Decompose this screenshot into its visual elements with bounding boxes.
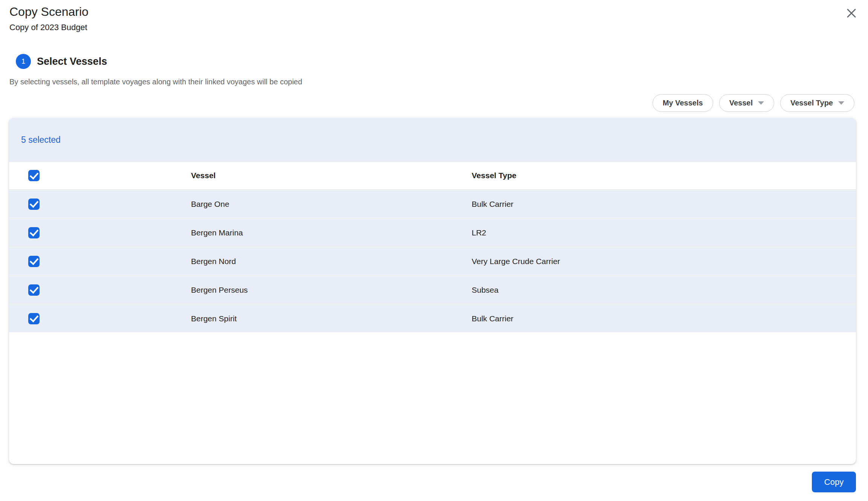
row-checkbox-cell	[9, 313, 191, 324]
selection-summary-bar: 5 selected	[9, 118, 856, 162]
row-checkbox[interactable]	[28, 284, 40, 296]
row-checkbox[interactable]	[28, 256, 40, 267]
table-row[interactable]: Barge OneBulk Carrier	[9, 189, 856, 218]
column-header-vessel-type: Vessel Type	[472, 171, 856, 180]
page-title: Copy Scenario	[9, 5, 89, 19]
vessel-name-cell: Bergen Nord	[191, 257, 472, 266]
vessel-name-cell: Barge One	[191, 200, 472, 209]
row-checkbox[interactable]	[28, 313, 40, 324]
select-all-checkbox[interactable]	[28, 170, 40, 181]
step-description: By selecting vessels, all template voyag…	[9, 78, 302, 86]
row-checkbox[interactable]	[28, 199, 40, 210]
vessel-table-panel: 5 selected Vessel Vessel Type Barge OneB…	[9, 118, 856, 464]
dialog-subtitle: Copy of 2023 Budget	[9, 23, 89, 32]
step-header: 1 Select Vessels	[16, 54, 107, 69]
filter-vessel-type-dropdown[interactable]: Vessel Type	[780, 94, 854, 112]
step-number-badge: 1	[16, 54, 31, 69]
row-checkbox-cell	[9, 256, 191, 267]
copy-button[interactable]: Copy	[812, 472, 856, 492]
chevron-down-icon	[838, 101, 844, 105]
dialog-header: Copy Scenario Copy of 2023 Budget	[9, 5, 89, 32]
vessel-name-cell: Bergen Spirit	[191, 314, 472, 323]
filter-vessel-dropdown[interactable]: Vessel	[719, 94, 774, 112]
close-icon	[846, 8, 857, 20]
filter-bar: My Vessels Vessel Vessel Type	[653, 94, 854, 112]
table-row[interactable]: Bergen SpiritBulk Carrier	[9, 304, 856, 332]
filter-label: My Vessels	[663, 99, 703, 107]
column-header-vessel: Vessel	[191, 171, 472, 180]
vessel-type-cell: Very Large Crude Carrier	[472, 257, 856, 266]
table-row[interactable]: Bergen NordVery Large Crude Carrier	[9, 246, 856, 275]
vessel-name-cell: Bergen Perseus	[191, 286, 472, 295]
table-row[interactable]: Bergen MarinaLR2	[9, 218, 856, 246]
filter-label: Vessel Type	[790, 99, 833, 107]
row-checkbox[interactable]	[28, 227, 40, 238]
chevron-down-icon	[758, 101, 764, 105]
table-header-row: Vessel Vessel Type	[9, 162, 856, 189]
vessel-type-cell: Subsea	[472, 286, 856, 295]
vessel-name-cell: Bergen Marina	[191, 228, 472, 237]
close-button[interactable]	[844, 6, 859, 21]
row-checkbox-cell	[9, 199, 191, 210]
filter-label: Vessel	[729, 99, 753, 107]
filter-my-vessels-button[interactable]: My Vessels	[653, 94, 713, 112]
row-checkbox-cell	[9, 227, 191, 238]
table-row[interactable]: Bergen PerseusSubsea	[9, 275, 856, 304]
selected-count: 5 selected	[21, 135, 61, 145]
vessel-type-cell: Bulk Carrier	[472, 314, 856, 323]
vessel-type-cell: Bulk Carrier	[472, 200, 856, 209]
row-checkbox-cell	[9, 284, 191, 296]
table-body: Barge OneBulk CarrierBergen MarinaLR2Ber…	[9, 189, 856, 332]
vessel-type-cell: LR2	[472, 228, 856, 237]
step-title: Select Vessels	[37, 56, 107, 67]
header-checkbox-cell	[9, 170, 191, 181]
